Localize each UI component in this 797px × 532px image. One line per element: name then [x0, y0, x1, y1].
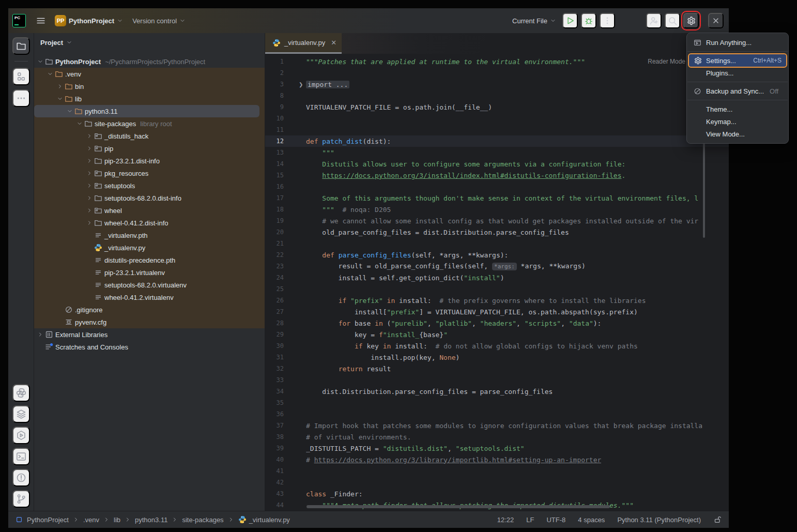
line-number[interactable]: 38: [265, 433, 285, 440]
status-widget[interactable]: Python 3.11 (PythonProject): [617, 516, 701, 524]
line-number[interactable]: 36: [265, 411, 285, 418]
problems-button[interactable]: [12, 469, 30, 487]
tree-item--venv[interactable]: .venv: [34, 68, 265, 80]
fold-marker-icon[interactable]: ❯: [285, 82, 306, 87]
code-line[interactable]: 34 dist.Distribution.parse_config_files …: [265, 386, 729, 397]
code-line[interactable]: 2: [265, 67, 729, 79]
code-line[interactable]: 27 install["prefix"] = VIRTUALENV_PATCH_…: [265, 306, 729, 317]
code-line[interactable]: 37# Import hook that patches some module…: [265, 420, 729, 431]
line-number[interactable]: 34: [265, 388, 285, 395]
line-number[interactable]: 3: [265, 81, 285, 88]
tree-item--virtualenv-py[interactable]: _virtualenv.py: [34, 241, 265, 254]
code-line[interactable]: 43class _Finder:: [265, 488, 729, 499]
tree-item-external-libraries[interactable]: External Libraries: [34, 328, 265, 341]
code-line[interactable]: 38# of virtual environments.: [265, 431, 729, 443]
code-line[interactable]: 13 """: [265, 147, 729, 158]
chevron-right-icon[interactable]: [84, 207, 94, 214]
more-actions-button[interactable]: [600, 13, 615, 28]
code-line[interactable]: 36: [265, 408, 729, 420]
line-number[interactable]: 29: [265, 331, 285, 338]
code-line[interactable]: 29 key = f"install_{base}": [265, 329, 729, 340]
chevron-down-icon[interactable]: [65, 108, 74, 114]
breadcrumb-item[interactable]: site-packages: [182, 516, 223, 524]
breadcrumb-item[interactable]: .venv: [83, 516, 99, 524]
code-line[interactable]: 28 for base in ("purelib", "platlib", "h…: [265, 317, 729, 329]
tree-item-pkg-resources[interactable]: pkg_resources: [34, 167, 265, 179]
line-number[interactable]: 11: [265, 126, 285, 133]
code-line[interactable]: 15 https://docs.python.org/3/install/ind…: [265, 170, 729, 181]
terminal-button[interactable]: [12, 448, 30, 465]
line-number[interactable]: 33: [265, 376, 285, 384]
line-number[interactable]: 15: [265, 172, 285, 179]
line-number[interactable]: 27: [265, 308, 285, 315]
tree-item-setuptools-68-2-0-virtualenv[interactable]: setuptools-68.2.0.virtualenv: [34, 279, 265, 291]
code-line[interactable]: 23 result = old_parse_config_files(self,…: [265, 261, 729, 272]
tree-item-pip-23-2-1-dist-info[interactable]: pip-23.2.1.dist-info: [34, 155, 265, 167]
status-widget[interactable]: 4 spaces: [578, 516, 605, 524]
debug-button[interactable]: [581, 13, 596, 28]
line-number[interactable]: 16: [265, 183, 285, 190]
chevron-right-icon[interactable]: [84, 158, 94, 164]
vcs-widget[interactable]: Version control: [129, 14, 189, 27]
chevron-right-icon[interactable]: [84, 145, 94, 151]
line-number[interactable]: 10: [265, 115, 285, 122]
more-tool-windows-button[interactable]: [12, 89, 30, 107]
editor-tab[interactable]: _virtualenv.py ✕: [265, 33, 342, 54]
line-number[interactable]: 14: [265, 160, 285, 168]
search-everywhere-button[interactable]: [665, 13, 680, 28]
editor-vertical-scrollbar[interactable]: [703, 140, 705, 238]
chevron-down-icon[interactable]: [35, 58, 45, 65]
code-line[interactable]: 25: [265, 283, 729, 295]
code-line[interactable]: 31 install.pop(key, None): [265, 352, 729, 363]
chevron-right-icon[interactable]: [84, 170, 94, 176]
line-number[interactable]: 25: [265, 285, 285, 293]
code-editor[interactable]: 1"""Patches that are applied at runtime …: [265, 54, 729, 511]
line-number[interactable]: 26: [265, 297, 285, 304]
version-control-button[interactable]: [12, 490, 30, 508]
line-number[interactable]: 18: [265, 206, 285, 213]
python-console-button[interactable]: [12, 384, 30, 402]
menu-item-keymap[interactable]: Keymap...: [689, 115, 786, 128]
line-number[interactable]: 20: [265, 229, 285, 236]
code-with-me-button[interactable]: [646, 13, 662, 28]
project-widget[interactable]: PP PythonProject: [52, 12, 126, 29]
tree-item-pip-23-2-1-virtualenv[interactable]: pip-23.2.1.virtualenv: [34, 266, 265, 279]
menu-item-run-anything[interactable]: Run Anything...: [689, 36, 786, 49]
line-number[interactable]: 12: [265, 138, 285, 145]
code-line[interactable]: 8: [265, 90, 729, 101]
tree-item-wheel[interactable]: wheel: [34, 204, 265, 217]
lock-open-icon[interactable]: [713, 515, 722, 524]
line-number[interactable]: 43: [265, 490, 285, 497]
tree-item-wheel-0-41-2-virtualenv[interactable]: wheel-0.41.2.virtualenv: [34, 291, 265, 303]
tree-item--distutils-hack[interactable]: _distutils_hack: [34, 130, 265, 142]
menu-item-plugins[interactable]: Plugins...: [689, 67, 786, 79]
services-button[interactable]: [12, 427, 30, 444]
code-line[interactable]: 40# https://docs.python.org/3/library/im…: [265, 454, 729, 465]
tree-item-site-packages[interactable]: site-packageslibrary root: [34, 117, 265, 130]
reader-mode-label[interactable]: Reader Mode: [648, 58, 685, 65]
menu-item-view-mode[interactable]: View Mode...: [689, 128, 786, 140]
menu-item-theme[interactable]: Theme...: [689, 103, 786, 115]
code-line[interactable]: 17 Some of this arguments though don't m…: [265, 192, 729, 204]
python-packages-button[interactable]: [12, 405, 30, 423]
line-number[interactable]: 17: [265, 194, 285, 202]
line-number[interactable]: 39: [265, 445, 285, 452]
code-line[interactable]: 3❯import ...: [265, 79, 729, 90]
code-line[interactable]: 14 Distutils allows user to configure so…: [265, 158, 729, 170]
line-number[interactable]: 35: [265, 399, 285, 406]
tree-item-distutils-precedence-pth[interactable]: distutils-precedence.pth: [34, 254, 265, 266]
settings-button[interactable]: [683, 13, 699, 28]
chevron-down-icon[interactable]: [66, 39, 72, 45]
code-line[interactable]: 9VIRTUALENV_PATCH_FILE = os.path.join(__…: [265, 101, 729, 113]
run-configuration-selector[interactable]: Current File: [509, 14, 559, 27]
code-line[interactable]: 19 # we cannot allow some install config…: [265, 215, 729, 226]
code-line[interactable]: 39_DISTUTILS_PATCH = "distutils.dist", "…: [265, 443, 729, 454]
menu-item-settings[interactable]: Settings...Ctrl+Alt+S: [689, 54, 786, 67]
chevron-down-icon[interactable]: [45, 71, 55, 77]
code-line[interactable]: 24 install = self.get_option_dict("insta…: [265, 272, 729, 283]
project-button[interactable]: [12, 37, 30, 55]
editor-horizontal-scrollbar[interactable]: [306, 505, 610, 508]
chevron-right-icon[interactable]: [55, 83, 65, 89]
line-number[interactable]: 23: [265, 263, 285, 270]
window-close-button[interactable]: [708, 13, 724, 28]
